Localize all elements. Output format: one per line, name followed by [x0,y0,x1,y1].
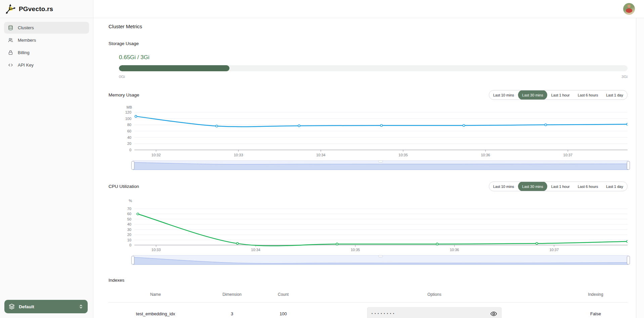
time-range-last-6-hours[interactable]: Last 6 hours [574,90,602,100]
datazoom-left-handle[interactable] [131,256,134,264]
svg-text:60: 60 [127,212,131,216]
time-range-last-30-mins[interactable]: Last 30 mins [518,182,547,191]
chevron-up-down-icon [78,304,84,309]
time-range-last-6-hours[interactable]: Last 6 hours [574,182,602,191]
storage-section: Storage Usage 0.65Gi / 3Gi 0Gi 3Gi [109,41,628,79]
datazoom-right-handle[interactable] [627,256,630,264]
svg-text:70: 70 [127,207,131,211]
memory-datazoom-slider[interactable] [133,160,629,170]
col-header-indexing: Indexing [564,292,628,297]
sidebar-item-label: Billing [18,50,30,55]
reveal-options-button[interactable] [490,310,497,317]
storage-progress-bar [119,65,628,71]
layers-icon [8,303,15,310]
cluster-selector-label: Default [19,304,34,309]
sidebar-nav: Clusters Members [0,18,93,75]
datazoom-left-handle[interactable] [131,161,134,169]
content: Cluster Metrics Storage Usage 0.65Gi / 3… [93,18,636,318]
svg-text:10:32: 10:32 [152,153,161,157]
svg-text:0: 0 [129,243,131,247]
indexes-section: Indexes Name Dimension Count Options Ind… [109,278,628,318]
time-range-last-1-hour[interactable]: Last 1 hour [547,90,574,100]
svg-text:10:37: 10:37 [563,153,573,157]
time-range-last-10-mins[interactable]: Last 10 mins [489,182,518,191]
memory-heading: Memory Usage [109,92,139,97]
svg-text:40: 40 [127,222,131,226]
svg-text:30: 30 [127,228,131,232]
index-name-cell: test_embedding_idx [109,311,203,316]
index-indexing-cell: False [564,311,628,316]
datazoom-grip[interactable] [378,160,383,162]
svg-text:60: 60 [127,129,131,133]
svg-text:120: 120 [125,110,131,114]
svg-text:10:34: 10:34 [316,153,326,157]
cpu-heading: CPU Utilization [109,184,139,189]
page-title: Cluster Metrics [109,24,628,29]
time-range-last-1-day[interactable]: Last 1 day [602,182,627,191]
logo-text: PGvecto.rs [19,5,53,13]
avatar[interactable] [623,3,635,15]
topbar [93,0,644,18]
col-header-count: Count [261,292,305,297]
options-masked-field[interactable]: •••••••• [367,307,502,318]
sidebar-item-billing[interactable]: Billing [4,47,89,58]
svg-text:100: 100 [125,117,131,121]
lock-icon [8,50,13,55]
time-range-last-1-hour[interactable]: Last 1 hour [547,182,574,191]
svg-text:10:34: 10:34 [251,248,260,252]
cpu-time-range-group: Last 10 mins Last 30 mins Last 1 hour La… [489,182,628,191]
col-header-dimension: Dimension [203,292,261,297]
table-row: test_embedding_idx 3 100 •••••••• [109,303,628,318]
cpu-datazoom-slider[interactable] [133,255,629,265]
col-header-name: Name [109,292,203,297]
svg-text:0: 0 [129,148,131,152]
svg-text:20: 20 [127,142,131,146]
code-icon [8,62,13,68]
storage-scale-max: 3Gi [621,75,628,79]
logo: PGvecto.rs [0,0,93,18]
svg-text:40: 40 [127,135,131,140]
svg-text:10:33: 10:33 [234,153,243,157]
svg-text:20: 20 [127,233,131,237]
masked-options-value: •••••••• [372,312,396,315]
datazoom-right-handle[interactable] [627,161,630,169]
time-range-last-1-day[interactable]: Last 1 day [602,90,627,100]
main-area: Cluster Metrics Storage Usage 0.65Gi / 3… [93,0,644,318]
svg-text:10:35: 10:35 [398,153,408,157]
time-range-last-30-mins[interactable]: Last 30 mins [518,90,547,100]
time-range-last-10-mins[interactable]: Last 10 mins [489,90,518,100]
svg-text:10:33: 10:33 [152,248,161,252]
memory-section: Memory Usage Last 10 mins Last 30 mins L… [109,90,628,170]
eye-icon [490,310,497,317]
memory-time-range-group: Last 10 mins Last 30 mins Last 1 hour La… [489,90,628,100]
svg-text:MB: MB [127,105,132,109]
cpu-utilization-chart[interactable]: 010203040506070%10:3310:3410:3510:3610:3… [109,195,628,253]
sidebar-item-clusters[interactable]: Clusters [4,22,89,34]
svg-text:80: 80 [127,123,131,127]
svg-text:10:37: 10:37 [550,248,559,252]
index-count-cell: 100 [261,311,305,316]
datazoom-grip[interactable] [378,255,383,257]
svg-text:10:35: 10:35 [351,248,360,252]
index-dimension-cell: 3 [203,311,261,316]
col-header-options: Options [305,292,564,297]
cluster-selector-button[interactable]: Default [4,300,88,313]
sidebar-item-api-key[interactable]: API Key [4,59,89,71]
sidebar-item-label: API Key [18,63,34,68]
indexes-heading: Indexes [109,278,628,283]
storage-heading: Storage Usage [109,41,628,46]
cpu-section: CPU Utilization Last 10 mins Last 30 min… [109,182,628,265]
sidebar-footer: Default [0,296,93,318]
database-icon [8,25,13,31]
memory-usage-chart[interactable]: 020406080100120MB10:3210:3310:3410:3510:… [109,104,628,158]
svg-text:10:36: 10:36 [481,153,490,157]
storage-usage-value: 0.65Gi / 3Gi [119,54,628,61]
storage-progress-fill [119,65,229,71]
indexes-table-header: Name Dimension Count Options Indexing [109,290,628,303]
storage-scale-min: 0Gi [119,75,125,79]
svg-text:%: % [129,199,132,203]
svg-text:50: 50 [127,217,131,221]
vertical-scrollbar[interactable] [636,18,644,318]
app-root: PGvecto.rs Clusters [0,0,644,318]
sidebar-item-members[interactable]: Members [4,34,89,46]
